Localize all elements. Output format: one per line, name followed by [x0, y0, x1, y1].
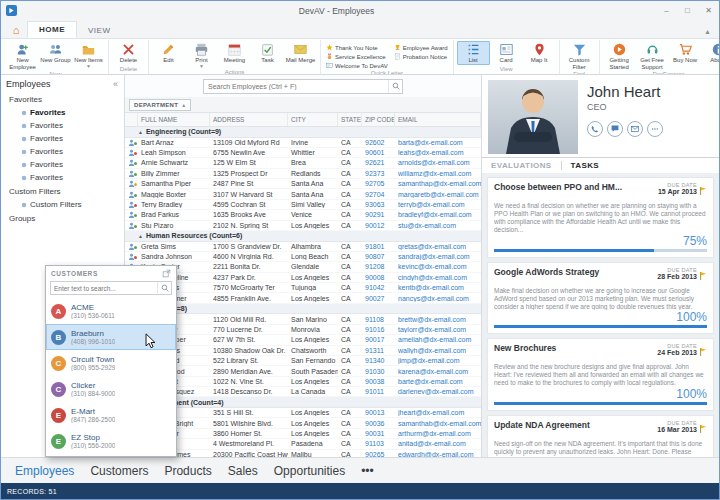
cell-email-link[interactable]: darlenev@dx-email.com — [395, 388, 481, 395]
cell-zip-link[interactable]: 90008 — [362, 274, 395, 281]
edit-button[interactable]: Edit — [152, 41, 185, 65]
thank-you-note-item[interactable]: Thank You Note — [326, 43, 388, 52]
cell-zip-link[interactable]: 90012 — [362, 222, 395, 229]
cell-zip-link[interactable]: 90807 — [362, 253, 395, 260]
cell-zip-link[interactable]: 92373 — [362, 170, 395, 177]
column-header-address[interactable]: ADDRESS — [210, 113, 288, 126]
cell-email-link[interactable]: karena@dx-email.com — [395, 368, 481, 375]
tree-section-label[interactable]: Favorites — [1, 92, 124, 106]
cell-zip-link[interactable]: 91108 — [362, 316, 395, 323]
email-button[interactable] — [627, 121, 643, 137]
table-row[interactable]: Arthur Miller 3860 Homer St. Los Angeles… — [125, 429, 481, 439]
column-header-city[interactable]: CITY — [288, 113, 338, 126]
employee-award-item[interactable]: Employee Award — [394, 43, 448, 52]
table-row[interactable]: Arnie Schwartz 125 W Elm St Brea CA 9262… — [125, 158, 481, 168]
table-row[interactable]: Amelia Harper 627 W 7th St. Los Angeles … — [125, 335, 481, 345]
task-button[interactable]: Task — [251, 41, 284, 65]
cell-email-link[interactable]: brettw@dx-email.com — [395, 316, 481, 323]
table-row[interactable]: Billy Zimmer 1325 Prospect Dr Redlands C… — [125, 169, 481, 179]
cell-zip-link[interactable]: 92704 — [362, 191, 395, 198]
tab-tasks[interactable]: TASKS — [561, 161, 609, 170]
tree-section-label[interactable]: Groups — [1, 211, 124, 225]
cell-email-link[interactable]: ameliah@dx-email.com — [395, 336, 481, 343]
app-menu-button[interactable]: ⌂ — [5, 23, 27, 38]
popup-search-button[interactable] — [157, 282, 171, 295]
cell-zip-link[interactable]: 91208 — [362, 263, 395, 270]
group-row[interactable]: ▲ Human Resources (Count=6) — [125, 231, 481, 242]
chat-button[interactable] — [607, 121, 623, 137]
table-row[interactable]: Bart Everett 1022 N. Vine St. Los Angele… — [125, 377, 481, 387]
new-employee-button[interactable]: New Employee — [6, 41, 39, 71]
table-row[interactable]: Kevin Carter 2211 Bonita Dr. Glendale CA… — [125, 262, 481, 272]
tree-section-label[interactable]: Custom Filters — [1, 184, 124, 198]
list-item[interactable]: C Clicker (310) 884-9000 — [46, 376, 176, 402]
maximize-button[interactable]: □ — [677, 1, 698, 20]
cell-zip-link[interactable]: 92602 — [362, 139, 395, 146]
cell-email-link[interactable]: kevinc@dx-email.com — [395, 263, 481, 270]
nav-item[interactable]: Customers — [82, 464, 156, 478]
cell-email-link[interactable]: terryb@dx-email.com — [395, 201, 481, 208]
cell-email-link[interactable]: jimp@dx-email.com — [395, 357, 481, 364]
cell-zip-link[interactable]: 91340 — [362, 357, 395, 364]
cell-zip-link[interactable]: 90265 — [362, 451, 395, 457]
cell-email-link[interactable]: sandraj@dx-email.com — [395, 253, 481, 260]
cell-email-link[interactable]: anitad@dx-email.com — [395, 440, 481, 447]
group-by-department-chip[interactable]: DEPARTMENT ▲ — [129, 99, 191, 111]
table-row[interactable]: Cindy Haneline 4237 Park Dr. Los Angeles… — [125, 273, 481, 283]
list-item[interactable]: E E-Mart (847) 286-2500 — [46, 402, 176, 428]
table-row[interactable]: Kent Brooks 7570 McGroarty Ter Tujunga C… — [125, 283, 481, 293]
cell-email-link[interactable]: wallyh@dx-email.com — [395, 347, 481, 354]
table-row[interactable]: Nancy Skinner 4855 Franklin Ave. Los Ang… — [125, 293, 481, 303]
cell-email-link[interactable]: kentb@dx-email.com — [395, 284, 481, 291]
delete-button[interactable]: Delete — [112, 41, 145, 65]
cell-email-link[interactable]: barta@dx-email.com — [395, 139, 481, 146]
mail-merge-button[interactable]: Mail Merge — [284, 41, 317, 65]
minimize-button[interactable]: – — [656, 1, 677, 20]
view-list-button[interactable]: List — [457, 41, 490, 65]
cell-zip-link[interactable]: 91011 — [362, 388, 395, 395]
tab-home[interactable]: HOME — [27, 21, 77, 38]
column-header-state[interactable]: STATE — [338, 113, 362, 126]
cell-email-link[interactable]: arnolds@dx-email.com — [395, 159, 481, 166]
table-row[interactable]: Bart Arnaz 13109 Old Myford Rd Irvine CA… — [125, 138, 481, 148]
table-row[interactable]: John Heart 351 S Hill St. Los Angeles CA… — [125, 408, 481, 418]
tree-item[interactable]: Favorites — [1, 171, 124, 184]
table-row[interactable]: Sandra Johnson 4600 N Virginia Rd. Long … — [125, 252, 481, 262]
group-row[interactable]: ▲ IT (Count=8) — [125, 304, 481, 315]
table-row[interactable]: Brad Farkus 1635 Brooks Ave Venice CA 90… — [125, 210, 481, 220]
sidebar-collapse-icon[interactable]: « — [113, 79, 118, 89]
task-card[interactable]: Google AdWords Strategy DUE DATE 28 Feb … — [487, 262, 714, 335]
close-button[interactable]: ✕ — [698, 1, 719, 20]
cell-zip-link[interactable]: 91801 — [362, 243, 395, 250]
task-card[interactable]: Update NDA Agreement DUE DATE 16 Mar 201… — [487, 415, 714, 457]
print-button[interactable]: Print ▼ — [185, 41, 218, 69]
cell-email-link[interactable]: arthurm@dx-email.com — [395, 430, 481, 437]
popout-icon[interactable] — [162, 265, 171, 282]
cell-zip-link[interactable]: 91016 — [362, 326, 395, 333]
cell-zip-link[interactable]: 91030 — [362, 368, 395, 375]
cell-zip-link[interactable]: 90027 — [362, 295, 395, 302]
table-row[interactable]: Jim Packard 522 Library St. San Fernando… — [125, 356, 481, 366]
tree-item[interactable]: Favorites — [1, 145, 124, 158]
tab-view[interactable]: VIEW — [77, 23, 121, 38]
cell-zip-link[interactable]: 91042 — [362, 284, 395, 291]
nav-item[interactable]: Sales — [220, 464, 266, 478]
cell-email-link[interactable]: edwardh@dx-email.com — [395, 451, 481, 457]
cell-zip-link[interactable]: 92621 — [362, 159, 395, 166]
tree-item[interactable]: Custom Filters — [1, 198, 124, 211]
cell-email-link[interactable]: williamz@dx-email.com — [395, 170, 481, 177]
cell-zip-link[interactable]: 90036 — [362, 420, 395, 427]
cell-zip-link[interactable]: 93063 — [362, 201, 395, 208]
nav-item[interactable]: ••• — [353, 464, 382, 478]
list-item[interactable]: A ACME (310) 536-0611 — [46, 298, 176, 324]
cell-email-link[interactable]: margaretb@dx-email.com — [395, 191, 481, 198]
table-row[interactable]: Anita Dunn 4 Westmoreland Pl. Pasadena C… — [125, 439, 481, 449]
cell-email-link[interactable]: cindyh@dx-email.com — [395, 274, 481, 281]
search-button[interactable] — [388, 80, 402, 93]
cell-email-link[interactable]: samanthab@dx-email.com — [395, 420, 481, 427]
cell-zip-link[interactable]: 90038 — [362, 378, 395, 385]
get-free-support-button[interactable]: Get Free Support — [636, 41, 669, 71]
collapse-ribbon-icon[interactable]: ▲ — [696, 28, 719, 38]
task-card[interactable]: New Brochures DUE DATE 24 Feb 2013 Revie… — [487, 338, 714, 411]
new-items-button[interactable]: New Items ▼ — [72, 41, 105, 69]
